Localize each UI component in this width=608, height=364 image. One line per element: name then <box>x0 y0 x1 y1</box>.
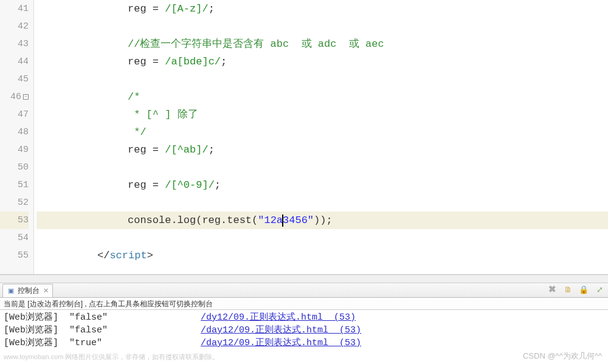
token: ; <box>209 144 215 156</box>
clear-icon[interactable]: ✖ <box>547 284 557 294</box>
console-icon: ▣ <box>7 286 15 295</box>
token: * [^ ] 除了 <box>128 109 198 120</box>
console-output[interactable]: [Web浏览器] "false" /dy12/09.正则表达式.html (53… <box>0 310 608 351</box>
console-source-link[interactable]: /day12/09.正则表达式.html (53) <box>201 338 361 348</box>
token: ; <box>209 3 215 15</box>
token: reg = <box>128 179 165 191</box>
code-line[interactable]: */ <box>36 123 608 141</box>
token: ; <box>221 56 227 67</box>
code-line[interactable]: /* <box>36 88 608 106</box>
token: /[A-z]/ <box>165 3 208 15</box>
code-editor[interactable]: 414243444546−474849505152535455 reg = /[… <box>0 0 608 275</box>
token: /[^0-9]/ <box>165 179 215 191</box>
token: console.log(reg.test( <box>128 215 258 226</box>
token: */ <box>128 126 147 138</box>
token: reg = <box>128 144 165 156</box>
token: /a[bde]c/ <box>165 56 221 67</box>
line-number: 41 <box>0 0 29 18</box>
code-line[interactable]: reg = /a[bde]c/; <box>36 53 608 70</box>
token: > <box>147 250 153 261</box>
token: reg = <box>128 56 165 67</box>
code-line[interactable]: //检查一个字符串中是否含有 abc 或 adc 或 aec <box>36 35 608 53</box>
token: /[^ab]/ <box>165 144 208 156</box>
console-value: "false" <box>69 312 108 323</box>
line-number: 51 <box>0 176 29 194</box>
document-icon[interactable]: 🗎 <box>563 284 573 294</box>
console-source-link[interactable]: /day12/09.正则表达式.html (53) <box>201 325 361 335</box>
code-line[interactable] <box>36 229 608 247</box>
token: 3456" <box>283 215 314 226</box>
code-line[interactable]: reg = /[A-z]/; <box>36 0 608 18</box>
token: //检查一个字符串中是否含有 abc 或 adc 或 aec <box>128 38 384 50</box>
code-line[interactable] <box>36 194 608 211</box>
switch-console-icon[interactable]: ⤢ <box>595 284 604 294</box>
code-line[interactable] <box>36 159 608 176</box>
console-source: [Web浏览器] <box>4 338 58 348</box>
code-line[interactable]: reg = /[^ab]/; <box>36 141 608 159</box>
line-number: 54 <box>0 229 29 247</box>
console-source-link[interactable]: /dy12/09.正则表达式.html (53) <box>201 312 356 323</box>
console-value: "true" <box>69 338 102 348</box>
line-number: 48 <box>0 123 29 141</box>
line-number: 45 <box>0 70 29 88</box>
line-number: 52 <box>0 194 29 211</box>
code-line[interactable] <box>36 18 608 35</box>
token: </ <box>97 250 109 261</box>
token: script <box>109 250 147 261</box>
watermark-left: www.toymoban.com 网络图片仅供展示，非存储，如有侵权请联系删除。 <box>4 352 219 362</box>
line-number: 55 <box>0 247 29 264</box>
token: )); <box>314 215 333 226</box>
watermark-right: CSDN @^^为欢几何^^ <box>523 351 602 362</box>
line-number: 53 <box>0 211 29 229</box>
console-row: [Web浏览器] "false" /day12/09.正则表达式.html (5… <box>4 324 604 337</box>
tab-console-label: 控制台 <box>18 286 40 296</box>
console-hint: 当前是 [边改边看控制台] , 点右上角工具条相应按钮可切换控制台 <box>0 298 608 310</box>
console-value: "false" <box>69 325 108 335</box>
line-number: 49 <box>0 141 29 159</box>
line-number-gutter: 414243444546−474849505152535455 <box>0 0 34 274</box>
code-line[interactable] <box>36 70 608 88</box>
lock-icon[interactable]: 🔒 <box>579 284 589 294</box>
code-line[interactable]: reg = /[^0-9]/; <box>36 176 608 194</box>
line-number: 47 <box>0 106 29 123</box>
token: /* <box>128 91 140 103</box>
console-source: [Web浏览器] <box>4 312 58 323</box>
console-row: [Web浏览器] "false" /dy12/09.正则表达式.html (53… <box>4 311 604 324</box>
code-line[interactable]: </script> <box>36 247 608 264</box>
line-number: 44 <box>0 53 29 70</box>
line-number: 46− <box>0 88 29 106</box>
console-source: [Web浏览器] <box>4 325 58 335</box>
code-line[interactable]: console.log(reg.test("12a3456")); <box>36 211 608 229</box>
line-number: 43 <box>0 35 29 53</box>
code-line[interactable]: * [^ ] 除了 <box>36 106 608 123</box>
token: reg = <box>128 3 165 15</box>
fold-minus-icon[interactable]: − <box>23 94 29 100</box>
panel-toolbar: ✖ 🗎 🔒 ⤢ <box>547 284 604 294</box>
token: "12a <box>258 215 283 226</box>
close-icon[interactable]: ✕ <box>43 287 49 295</box>
horizontal-scrollbar[interactable] <box>0 275 608 283</box>
line-number: 50 <box>0 159 29 176</box>
token: ; <box>215 179 221 191</box>
code-content[interactable]: reg = /[A-z]/;//检查一个字符串中是否含有 abc 或 adc 或… <box>34 0 608 274</box>
line-number: 42 <box>0 18 29 35</box>
console-row: [Web浏览器] "true" /day12/09.正则表达式.html (53… <box>4 337 604 349</box>
tab-console[interactable]: ▣ 控制台 ✕ <box>2 284 53 297</box>
console-tab-bar: ▣ 控制台 ✕ ✖ 🗎 🔒 ⤢ <box>0 283 608 298</box>
